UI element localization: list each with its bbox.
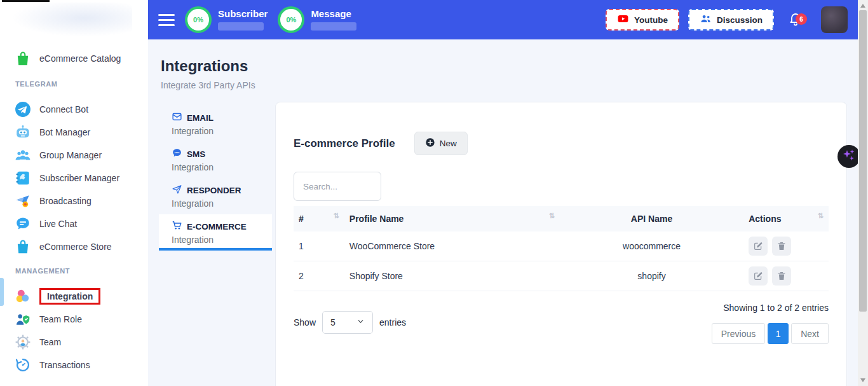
sidebar-item-ecommerce-store[interactable]: eCommerce Store <box>0 235 148 258</box>
integration-subnav: EMAIL Integration sms SMS Integration <box>159 106 272 251</box>
edit-button[interactable] <box>749 237 768 256</box>
shopping-bag-green-icon <box>14 50 32 67</box>
sidebar-section-telegram: TELEGRAM <box>0 75 148 93</box>
user-avatar[interactable] <box>821 6 848 33</box>
sidebar-item-label: Bot Manager <box>39 127 90 137</box>
tab-label: SMS <box>187 149 205 159</box>
subscriber-percent: 0% <box>193 16 203 24</box>
sidebar-item-subscriber-manager[interactable]: Subscriber Manager <box>0 167 148 190</box>
sort-icon[interactable]: ⇅ <box>549 212 555 219</box>
sidebar-item-bot-manager[interactable]: Bot Manager <box>0 121 148 144</box>
tab-label: RESPONDER <box>187 186 241 195</box>
tab-label: E-COMMERCE <box>187 222 247 231</box>
app-logo[interactable] <box>11 3 132 37</box>
notifications-button[interactable]: 6 <box>788 11 803 29</box>
management-menu: Integration Team Role Team Transactions <box>0 285 148 376</box>
new-profile-button[interactable]: New <box>414 132 468 155</box>
sidebar-item-label: Connect Bot <box>39 104 88 114</box>
discussion-button[interactable]: Discussion <box>688 9 774 31</box>
topbar: 0% Subscriber 0% Message Youtube <box>148 0 858 39</box>
sidebar-item-label: eCommerce Catalog <box>39 53 121 64</box>
role-shield-icon <box>14 310 32 328</box>
tab-sms-integration[interactable]: sms SMS Integration <box>159 142 272 178</box>
sparkles-icon <box>841 148 857 165</box>
message-progress-ring: 0% <box>278 6 304 33</box>
menu-toggle-icon[interactable] <box>158 14 175 26</box>
sort-icon[interactable]: ⇅ <box>334 212 339 219</box>
sidebar-item-label: Subscriber Manager <box>39 173 119 183</box>
sidebar-item-ecommerce-catalog[interactable]: eCommerce Catalog <box>0 46 148 71</box>
row-number: 1 <box>294 231 344 261</box>
youtube-button-label: Youtube <box>634 15 668 25</box>
table-row: 2 Shopify Store shopify <box>294 261 829 291</box>
discussion-button-label: Discussion <box>717 15 763 25</box>
tab-email-integration[interactable]: EMAIL Integration <box>159 106 272 142</box>
table-header-row: #⇅ Profile Name⇅ API Name Actions⇅ <box>294 206 829 231</box>
sidebar-item-integration[interactable]: Integration <box>0 285 148 308</box>
ecommerce-profile-card: E-commerce Profile New #⇅ Profile Name⇅ … <box>275 102 847 386</box>
show-label: Show <box>294 317 316 327</box>
sidebar-item-connect-bot[interactable]: Connect Bot <box>0 98 148 121</box>
tab-responder-integration[interactable]: RESPONDER Integration <box>159 178 272 214</box>
youtube-icon <box>617 13 629 27</box>
search-input[interactable] <box>294 172 381 201</box>
sidebar-item-live-chat[interactable]: Live Chat <box>0 212 148 235</box>
sidebar-item-label: Team <box>39 337 61 347</box>
scrollbar-down-arrow[interactable] <box>860 378 865 382</box>
robot-icon <box>14 123 32 141</box>
ai-assistant-button[interactable] <box>837 145 860 168</box>
subscriber-skeleton-bar <box>218 22 264 31</box>
app-root: eCommerce Catalog TELEGRAM Connect Bot B… <box>0 0 868 386</box>
sidebar-item-label: Transactions <box>39 360 90 370</box>
current-page-button[interactable]: 1 <box>768 323 789 344</box>
sort-icon[interactable]: ⇅ <box>818 212 824 219</box>
next-page-button[interactable]: Next <box>791 323 829 344</box>
subscriber-stat: 0% Subscriber <box>185 6 268 33</box>
showing-entries-text: Showing 1 to 2 of 2 entries <box>723 303 829 313</box>
sidebar-item-transactions[interactable]: Transactions <box>0 354 148 376</box>
page-subtitle: Integrate 3rd Party APIs <box>161 80 255 90</box>
subscriber-label: Subscriber <box>218 8 268 19</box>
sidebar-section-management: MANAGEMENT <box>0 262 148 280</box>
sidebar-item-label: Broadcasting <box>39 196 92 206</box>
sidebar-item-team-role[interactable]: Team Role <box>0 308 148 331</box>
svg-text:sms: sms <box>175 151 180 154</box>
pagination: Previous 1 Next <box>712 323 829 344</box>
sidebar-item-group-manager[interactable]: Group Manager <box>0 144 148 167</box>
scrollbar[interactable] <box>858 0 868 386</box>
message-skeleton-bar <box>311 22 356 31</box>
history-clock-icon <box>14 356 32 374</box>
panel-title: E-commerce Profile <box>294 137 395 150</box>
api-name-cell: woocommerce <box>560 231 743 261</box>
new-button-label: New <box>440 139 457 148</box>
tab-sublabel: Integration <box>172 198 259 209</box>
sidebar-item-broadcasting[interactable]: Broadcasting <box>0 190 148 212</box>
phonebook-icon <box>14 169 32 187</box>
profile-name-cell: WooCommerce Store <box>344 231 560 261</box>
team-gear-icon <box>14 333 32 351</box>
scrollbar-thumb[interactable] <box>859 10 867 312</box>
subscriber-progress-ring: 0% <box>185 6 212 33</box>
scrollbar-up-arrow[interactable] <box>860 4 865 8</box>
sidebar: eCommerce Catalog TELEGRAM Connect Bot B… <box>0 0 148 386</box>
sidebar-item-team[interactable]: Team <box>0 331 148 354</box>
tab-ecommerce-integration[interactable]: E-COMMERCE Integration <box>159 214 272 251</box>
group-icon <box>14 146 32 164</box>
sidebar-item-label-integration-annotated: Integration <box>39 288 100 305</box>
tab-sublabel: Integration <box>172 126 259 136</box>
entries-label: entries <box>379 317 406 327</box>
tab-sublabel: Integration <box>172 235 259 245</box>
page-size-select[interactable]: 5 <box>322 311 373 334</box>
youtube-button[interactable]: Youtube <box>606 9 679 31</box>
delete-button[interactable] <box>772 266 791 286</box>
delete-button[interactable] <box>772 237 791 256</box>
people-icon <box>700 13 712 27</box>
page-header: Integrations Integrate 3rd Party APIs <box>161 57 255 90</box>
edit-button[interactable] <box>749 266 768 286</box>
previous-page-button[interactable]: Previous <box>712 323 765 344</box>
column-header-num: # <box>299 214 304 224</box>
page-title: Integrations <box>161 57 255 75</box>
table-row: 1 WooCommerce Store woocommerce <box>294 231 829 261</box>
sidebar-item-label: eCommerce Store <box>39 242 112 252</box>
message-stat: 0% Message <box>278 6 356 33</box>
